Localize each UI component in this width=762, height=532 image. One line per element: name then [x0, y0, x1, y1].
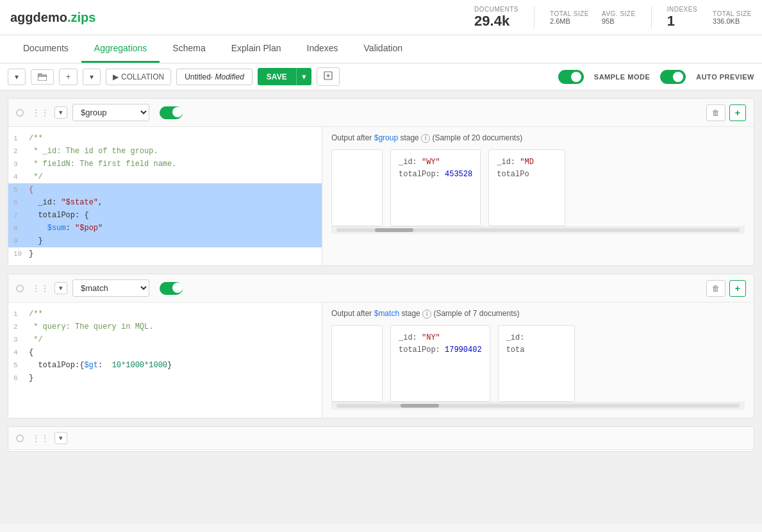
stage-1-add-button[interactable]: +	[729, 104, 746, 121]
tab-schema[interactable]: Schema	[160, 35, 218, 63]
doc-field: totalPo	[497, 169, 557, 181]
stat-divider-1	[534, 6, 534, 29]
code-line: 6 _id: "$state",	[8, 196, 322, 209]
stage-2-link[interactable]: $match	[374, 309, 399, 318]
svg-rect-0	[38, 75, 47, 81]
stage-2-circle	[16, 285, 24, 292]
auto-preview-toggle[interactable]	[660, 70, 686, 84]
code-line: 6}	[8, 372, 322, 385]
export-button[interactable]	[317, 67, 340, 86]
stage-1-info-icon: i	[421, 134, 430, 143]
nav-tabs: Documents Aggregations Schema Explain Pl…	[0, 35, 762, 63]
doc-card	[331, 325, 383, 402]
code-line: 5{	[8, 183, 322, 196]
doc-field: _id: "NY"	[399, 332, 482, 344]
code-line: 9 }	[8, 235, 322, 247]
stage-2-output-header: Output after $match stage i (Sample of 7…	[331, 309, 745, 319]
stage-3-drag-handle[interactable]: ⋮⋮	[31, 433, 49, 444]
sample-mode-toggle[interactable]	[558, 70, 584, 84]
doc-card: _id: "NY" totalPop: 17990402	[390, 325, 490, 402]
open-folder-button[interactable]	[31, 69, 54, 85]
stage-1-scrollbar-track	[336, 228, 740, 232]
stage-1-toggle[interactable]	[160, 106, 183, 119]
stage-2-drag-handle[interactable]: ⋮⋮	[31, 283, 49, 294]
save-button-group: SAVE ▾	[258, 68, 311, 85]
code-line: 1/**	[8, 308, 322, 320]
stage-1-link[interactable]: $group	[374, 133, 398, 142]
code-line: 3 */	[8, 333, 322, 346]
main-content: ⋮⋮ ▾ $group 🗑 + 1/** 2 * _id: The id of …	[0, 90, 762, 524]
stage-3-header: ⋮⋮ ▾	[8, 427, 754, 450]
code-line: 2 * _id: The id of the group.	[8, 145, 322, 158]
collation-button[interactable]: ▶ COLLATION	[106, 69, 171, 85]
stage-2-body: 1/** 2 * query: The query in MQL. 3 */ 4…	[8, 303, 754, 418]
app-logo: aggdemo.zips	[10, 10, 95, 25]
stage-2-toggle[interactable]	[160, 282, 183, 295]
stage-1-circle	[16, 109, 24, 117]
stage-2-panel: ⋮⋮ ▾ $match 🗑 + 1/** 2 * query: The quer…	[8, 274, 754, 419]
stage-1-body: 1/** 2 * _id: The id of the group. 3 * f…	[8, 127, 754, 265]
indexes-stat: INDEXES 1	[667, 6, 697, 29]
doc-card-partial: _id: tota	[498, 325, 575, 402]
doc-card: _id: "WY" totalPop: 453528	[390, 149, 481, 226]
doc-card	[331, 149, 383, 226]
stage-1-panel: ⋮⋮ ▾ $group 🗑 + 1/** 2 * _id: The id of …	[8, 98, 754, 266]
total-size-stat: TOTAL SIZE 2.6MB	[550, 10, 589, 25]
save-dropdown-button[interactable]: ▾	[296, 68, 311, 85]
doc-field: _id:	[506, 332, 567, 344]
stage-1-output: Output after $group stage i (Sample of 2…	[322, 127, 754, 265]
stage-1-output-docs: _id: "WY" totalPop: 453528 _id: "MD tota…	[331, 149, 745, 226]
stage-3-panel: ⋮⋮ ▾	[8, 426, 754, 452]
stage-2-operator-select[interactable]: $match	[72, 279, 149, 297]
stage-2-scrollbar-track	[336, 404, 740, 408]
stage-2-scrollbar-thumb	[401, 404, 439, 408]
avg-size-stat: AVG. SIZE 95B	[602, 10, 636, 25]
tab-validation[interactable]: Validation	[351, 35, 415, 63]
code-line: 4 */	[8, 170, 322, 183]
stage-1-collapse-button[interactable]: ▾	[54, 106, 67, 119]
app-header: aggdemo.zips DOCUMENTS 29.4k TOTAL SIZE …	[0, 0, 762, 35]
tab-aggregations[interactable]: Aggregations	[81, 35, 160, 63]
code-line: 7 totalPop: {	[8, 209, 322, 222]
stage-1-drag-handle[interactable]: ⋮⋮	[31, 108, 49, 118]
stage-1-editor[interactable]: 1/** 2 * _id: The id of the group. 3 * f…	[8, 127, 322, 265]
code-line: 3 * fieldN: The first field name.	[8, 158, 322, 170]
doc-field: tota	[506, 344, 567, 356]
doc-field: totalPop: 453528	[399, 169, 472, 181]
tab-indexes[interactable]: Indexes	[294, 35, 351, 63]
stage-2-collapse-button[interactable]: ▾	[54, 282, 67, 294]
stage-1-scrollbar-thumb	[375, 228, 413, 232]
stage-2-add-button[interactable]: +	[729, 280, 746, 297]
stage-1-header: ⋮⋮ ▾ $group 🗑 +	[8, 99, 754, 127]
stage-2-delete-button[interactable]: 🗑	[706, 280, 725, 297]
code-line: 1/**	[8, 132, 322, 145]
size-stats: TOTAL SIZE 2.6MB AVG. SIZE 95B	[550, 10, 636, 25]
header-stats: DOCUMENTS 29.4k TOTAL SIZE 2.6MB AVG. SI…	[474, 6, 752, 29]
stage-2-actions: 🗑 +	[706, 280, 746, 297]
stage-1-scrollbar[interactable]	[331, 226, 745, 234]
stage-1-output-header: Output after $group stage i (Sample of 2…	[331, 133, 745, 143]
code-line: 10}	[8, 247, 322, 260]
stat-divider-2	[651, 6, 652, 29]
tab-documents[interactable]: Documents	[10, 35, 81, 63]
doc-field: _id: "MD	[497, 156, 557, 169]
stage-3-collapse-button[interactable]: ▾	[54, 432, 67, 444]
stage-2-editor[interactable]: 1/** 2 * query: The query in MQL. 3 */ 4…	[8, 303, 322, 418]
save-button[interactable]: SAVE	[258, 68, 296, 85]
doc-card-partial: _id: "MD totalPo	[488, 149, 565, 226]
indexes-total-stat: TOTAL SIZE 336.0KB	[713, 10, 752, 25]
toggle-group: SAMPLE MODE AUTO PREVIEW	[558, 70, 754, 84]
dropdown-button[interactable]: ▾	[8, 69, 26, 85]
stage-2-header: ⋮⋮ ▾ $match 🗑 +	[8, 274, 754, 303]
pipeline-name-button[interactable]: Untitled· Modified	[176, 69, 253, 85]
tab-explain[interactable]: Explain Plan	[219, 35, 294, 63]
new-pipeline-button[interactable]: +	[59, 69, 78, 85]
pipeline-options-button[interactable]: ▾	[83, 69, 101, 85]
stage-2-info-icon: i	[422, 310, 431, 319]
doc-field: totalPop: 17990402	[399, 344, 482, 356]
stage-2-scrollbar[interactable]	[331, 402, 745, 410]
stage-1-operator-select[interactable]: $group	[72, 104, 149, 121]
stage-1-delete-button[interactable]: 🗑	[706, 104, 725, 121]
docs-stat: DOCUMENTS 29.4k	[474, 6, 518, 29]
doc-field: _id: "WY"	[399, 156, 472, 169]
